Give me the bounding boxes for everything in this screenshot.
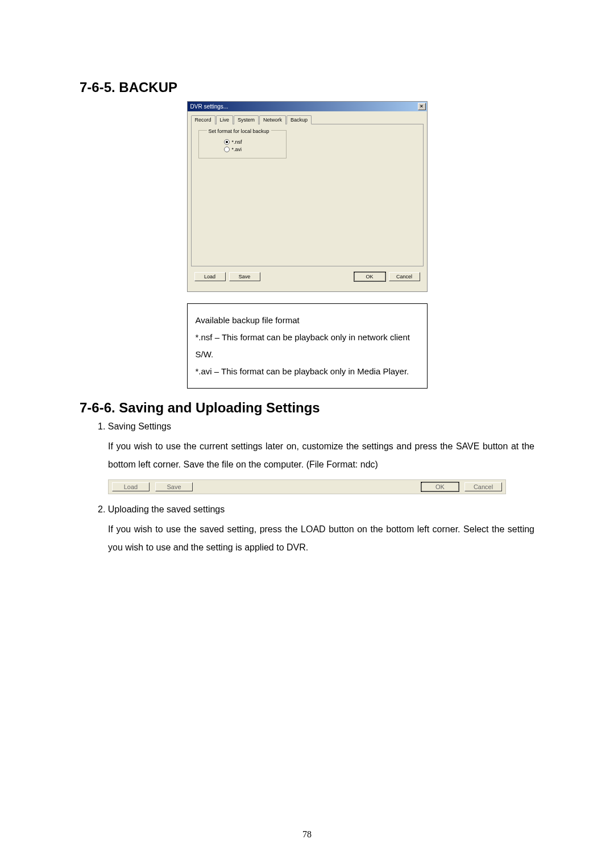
cancel-button[interactable]: Cancel xyxy=(389,272,420,281)
button-strip: Load Save OK Cancel xyxy=(108,479,506,494)
subitem-1-text: If you wish to use the current settings … xyxy=(108,437,534,474)
close-icon[interactable]: × xyxy=(418,103,426,110)
info-line3: *.avi – This format can be playback only… xyxy=(196,363,419,380)
subitem-1-title: 1. Saving Settings xyxy=(98,422,534,432)
radio-icon xyxy=(224,139,230,145)
radio-label: *.avi xyxy=(232,147,242,152)
dvr-footer: Load Save OK Cancel xyxy=(191,266,424,287)
info-line1: Available backup file format xyxy=(196,312,419,329)
dvr-tab-panel: Set format for local backup *.nsf *.avi xyxy=(191,124,424,266)
fieldset-label: Set format for local backup xyxy=(207,128,271,134)
ok-button[interactable]: OK xyxy=(354,272,385,281)
page-number: 78 xyxy=(0,829,614,840)
strip-save-button[interactable]: Save xyxy=(155,482,193,491)
strip-load-button[interactable]: Load xyxy=(112,482,150,491)
radio-option-avi[interactable]: *.avi xyxy=(224,147,278,152)
strip-ok-button[interactable]: OK xyxy=(421,482,459,491)
tab-record[interactable]: Record xyxy=(191,115,215,124)
info-line2: *.nsf – This format can be playback only… xyxy=(196,329,419,363)
subitem-2-title: 2. Uploading the saved settings xyxy=(98,504,534,515)
radio-icon xyxy=(224,147,230,152)
dvr-title: DVR settings... xyxy=(190,103,229,110)
tab-system[interactable]: System xyxy=(234,115,259,124)
dvr-settings-dialog: DVR settings... × Record Live System Net… xyxy=(187,101,428,292)
strip-cancel-button[interactable]: Cancel xyxy=(464,482,502,491)
tab-backup[interactable]: Backup xyxy=(287,115,312,124)
dvr-titlebar: DVR settings... × xyxy=(188,102,427,111)
radio-option-nsf[interactable]: *.nsf xyxy=(224,139,278,145)
backup-info-box: Available backup file format *.nsf – Thi… xyxy=(187,303,428,389)
tab-network[interactable]: Network xyxy=(259,115,286,124)
section-heading-backup: 7-6-5. BACKUP xyxy=(80,80,534,95)
save-button[interactable]: Save xyxy=(229,272,260,281)
radio-label: *.nsf xyxy=(232,139,242,145)
dvr-tabs: Record Live System Network Backup xyxy=(191,115,424,124)
section-heading-saving: 7-6-6. Saving and Uploading Settings xyxy=(80,400,534,416)
fieldset-backup-format: Set format for local backup *.nsf *.avi xyxy=(198,130,287,158)
tab-live[interactable]: Live xyxy=(216,115,234,124)
load-button[interactable]: Load xyxy=(194,272,226,281)
subitem-2-text: If you wish to use the saved setting, pr… xyxy=(108,520,534,557)
